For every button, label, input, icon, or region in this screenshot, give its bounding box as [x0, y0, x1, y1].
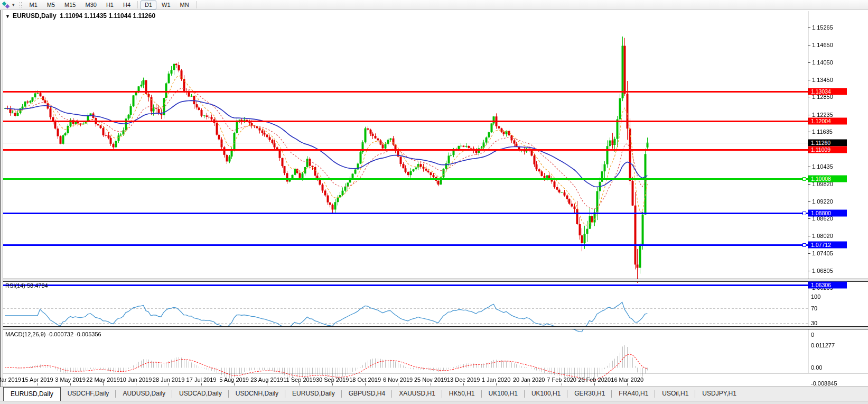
- chart-tab-audusd-daily[interactable]: AUDUSD,Daily: [116, 387, 172, 401]
- timeframes-toolbar: ▾ M1M5M15M30H1H4D1W1MN: [0, 0, 868, 10]
- price-tick-label: 1.08020: [812, 233, 833, 239]
- line-handle-icon[interactable]: [802, 177, 806, 181]
- rsi-tick-label: 0: [811, 332, 814, 338]
- macd-tick-label: -0.008845: [811, 380, 837, 387]
- price-tick-label: 1.15265: [812, 24, 833, 31]
- price-line-badge: 1.08800: [808, 210, 847, 217]
- timeframe-button-M5[interactable]: M5: [43, 1, 59, 10]
- toolbar-grip[interactable]: [19, 2, 22, 8]
- price-tick-label: 1.06805: [812, 268, 833, 274]
- toolbar-divider: [137, 1, 138, 8]
- timeframe-button-D1[interactable]: D1: [141, 1, 156, 10]
- price-line-badge: 1.13034: [808, 88, 847, 95]
- price-line-badge: 1.07712: [808, 241, 847, 248]
- price-tick-label: 1.12235: [812, 112, 833, 118]
- rsi-value: 58.4784: [27, 282, 48, 289]
- timeframe-button-M1[interactable]: M1: [25, 1, 42, 10]
- line-handle-icon[interactable]: [802, 243, 806, 247]
- chart-window: [0, 10, 868, 387]
- chart-tab-usdcad-daily[interactable]: USDCAD,Daily: [172, 387, 229, 401]
- chart-title-caret-icon[interactable]: ▼: [5, 14, 10, 19]
- price-line-badge: 1.11009: [808, 146, 847, 153]
- rsi-panel-label: RSI(14) 58.4784: [5, 282, 48, 289]
- price-tick-label: 1.10435: [812, 163, 833, 170]
- price-tick-label: 1.14050: [812, 59, 833, 66]
- chart-tab-gbpusd-h4[interactable]: GBPUSD,H4: [342, 387, 392, 401]
- rsi-label: RSI(14): [5, 282, 25, 289]
- chart-periods-icon[interactable]: [2, 1, 10, 8]
- price-chart-canvas[interactable]: [0, 20, 868, 397]
- price-axis-separator: [808, 11, 808, 373]
- timeframe-button-H4[interactable]: H4: [119, 1, 135, 10]
- chart-tab-ger30-h1[interactable]: GER30,H1: [567, 387, 612, 401]
- window-bottom-edge: [0, 401, 868, 404]
- macd-value-2: -0.005356: [75, 331, 101, 337]
- chart-tab-eurusd-daily[interactable]: EURUSD,Daily: [285, 387, 342, 401]
- timeframe-button-W1[interactable]: W1: [157, 1, 175, 10]
- price-line-badge: 1.06306: [808, 282, 847, 289]
- line-handle-icon[interactable]: [802, 212, 806, 215]
- macd-panel-splitter[interactable]: [0, 326, 868, 329]
- rsi-tick-label: 70: [811, 305, 817, 311]
- chart-tab-fra40-h1[interactable]: FRA40,H1: [612, 387, 655, 401]
- price-tick-label: 1.09220: [812, 198, 833, 205]
- macd-value-1: -0.000732: [47, 331, 73, 337]
- chart-tab-bar: EURUSD,DailyUSDCHF,DailyAUDUSD,DailyUSDC…: [0, 387, 868, 401]
- chart-ohlc: 1.11094 1.11435 1.11044 1.11260: [60, 12, 155, 20]
- timeframe-button-M30[interactable]: M30: [81, 1, 101, 10]
- chart-tab-hk50-h1[interactable]: HK50,H1: [442, 387, 482, 401]
- chart-tab-xauusd-h1[interactable]: XAUUSD,H1: [392, 387, 442, 401]
- date-axis-label: 16 Mar 2020: [606, 377, 648, 383]
- chart-symbol-period: EURUSD,Daily: [13, 12, 57, 20]
- chart-tab-uk100-h1[interactable]: UK100,H1: [482, 387, 525, 401]
- chart-tab-usoil-h1[interactable]: USOil,H1: [655, 387, 695, 401]
- toolbar-divider: [196, 1, 197, 8]
- toolbar-caret-icon[interactable]: ▾: [12, 2, 15, 7]
- chart-title: ▼EURUSD,Daily 1.11094 1.11435 1.11044 1.…: [5, 12, 155, 20]
- timeframe-buttons: M1M5M15M30H1H4D1W1MN: [25, 1, 199, 10]
- price-tick-label: 1.14650: [812, 42, 833, 48]
- timeframe-button-M15[interactable]: M15: [60, 1, 80, 10]
- price-line-badge: 1.12004: [808, 118, 847, 125]
- chart-tab-eurusd-daily[interactable]: EURUSD,Daily: [3, 387, 61, 401]
- price-line-badge: 1.11260: [808, 139, 847, 146]
- macd-panel-bottom-border: [0, 373, 868, 373]
- price-tick-label: 1.13450: [812, 77, 833, 83]
- app: { "toolbar": { "caret_glyph": "▾", "time…: [0, 0, 868, 404]
- timeframe-button-H1[interactable]: H1: [102, 1, 118, 10]
- macd-tick-label: 0.011277: [811, 342, 835, 348]
- chart-tab-uk100-h1[interactable]: UK100,H1: [525, 387, 567, 401]
- price-tick-label: 1.11635: [812, 128, 833, 135]
- window-left-edge: [0, 10, 3, 401]
- chart-tab-usdjpy-h1[interactable]: USDJPY,H1: [695, 387, 743, 401]
- rsi-tick-label: 30: [811, 320, 817, 326]
- price-tick-label: 1.07405: [812, 250, 833, 256]
- price-line-badge: 1.10008: [808, 175, 847, 182]
- rsi-panel-splitter[interactable]: [0, 279, 868, 282]
- chart-tab-usdcnh-daily[interactable]: USDCNH,Daily: [229, 387, 285, 401]
- timeframe-button-MN[interactable]: MN: [176, 1, 193, 10]
- rsi-tick-label: 100: [811, 293, 820, 300]
- macd-panel-label: MACD(12,26,9) -0.000732 -0.005356: [5, 331, 101, 337]
- macd-label: MACD(12,26,9): [5, 331, 45, 337]
- macd-tick-label: 0.00: [811, 364, 822, 371]
- chart-tab-usdchf-daily[interactable]: USDCHF,Daily: [61, 387, 116, 401]
